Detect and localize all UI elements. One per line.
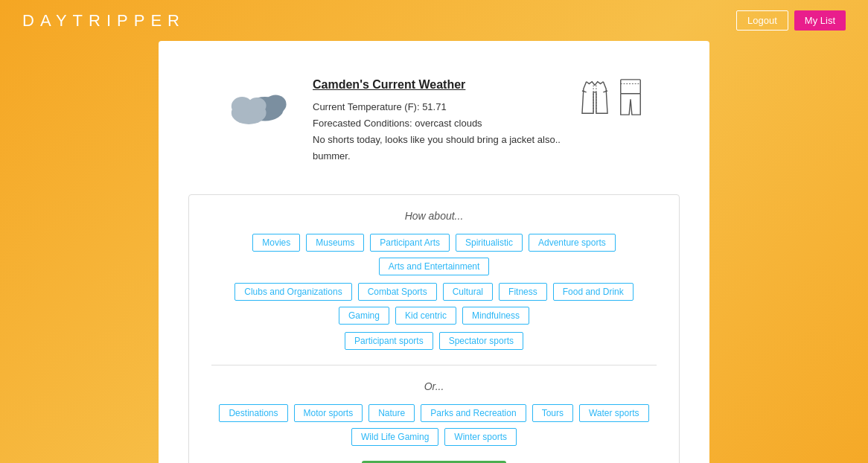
category-tag[interactable]: Combat Sports bbox=[358, 283, 437, 301]
category-tag[interactable]: Water sports bbox=[579, 404, 649, 422]
category-tag[interactable]: Parks and Recreation bbox=[421, 404, 526, 422]
category-tag[interactable]: Spiritualistic bbox=[456, 234, 523, 252]
weather-info: Camden's Current Weather Current Tempera… bbox=[313, 78, 566, 165]
weather-detail: Current Temperature (F): 51.71 Forecaste… bbox=[313, 99, 566, 165]
or-label: Or... bbox=[211, 380, 657, 392]
logo: DAYTRIPPER bbox=[22, 11, 185, 31]
tag-group-row4: DestinationsMotor sportsNatureParks and … bbox=[211, 404, 657, 446]
category-tag[interactable]: Gaming bbox=[339, 307, 389, 325]
svg-point-4 bbox=[247, 98, 266, 114]
weather-section: Camden's Current Weather Current Tempera… bbox=[188, 63, 680, 187]
category-tag[interactable]: Clubs and Organizations bbox=[234, 283, 351, 301]
clothing-icons bbox=[581, 78, 645, 117]
category-section: How about... MoviesMuseumsParticipant Ar… bbox=[188, 194, 680, 463]
category-tag[interactable]: Food and Drink bbox=[553, 283, 634, 301]
header: DAYTRIPPER Logout My List bbox=[0, 0, 868, 41]
category-tag[interactable]: Fitness bbox=[499, 283, 547, 301]
category-tag[interactable]: Participant sports bbox=[345, 332, 433, 350]
weather-title: Camden's Current Weather bbox=[313, 78, 566, 92]
category-tag[interactable]: Kid centric bbox=[395, 307, 456, 325]
category-tag[interactable]: Destinations bbox=[219, 404, 287, 422]
main-container: Camden's Current Weather Current Tempera… bbox=[159, 41, 709, 463]
category-tag[interactable]: Motor sports bbox=[294, 404, 363, 422]
category-tag[interactable]: Museums bbox=[306, 234, 364, 252]
category-tag[interactable]: Adventure sports bbox=[529, 234, 616, 252]
mylist-button[interactable]: My List bbox=[794, 10, 846, 31]
category-tag[interactable]: Movies bbox=[252, 234, 300, 252]
jacket-icon bbox=[581, 78, 609, 117]
category-tag[interactable]: Wild Life Gaming bbox=[351, 428, 438, 446]
category-tag[interactable]: Mindfulness bbox=[462, 307, 529, 325]
pants-icon bbox=[616, 78, 645, 117]
tag-group-row3: Participant sportsSpectator sports bbox=[211, 332, 657, 350]
header-buttons: Logout My List bbox=[736, 10, 846, 31]
category-tag[interactable]: Tours bbox=[532, 404, 573, 422]
svg-point-1 bbox=[265, 95, 287, 113]
logout-button[interactable]: Logout bbox=[736, 10, 788, 31]
tag-group-row1: MoviesMuseumsParticipant ArtsSpiritualis… bbox=[211, 234, 657, 275]
divider bbox=[211, 365, 657, 365]
category-tag[interactable]: Arts and Entertainment bbox=[379, 258, 490, 275]
category-tag[interactable]: Spectator sports bbox=[439, 332, 523, 350]
category-tag[interactable]: Cultural bbox=[443, 283, 493, 301]
svg-rect-7 bbox=[621, 80, 640, 94]
category-tag[interactable]: Participant Arts bbox=[370, 234, 450, 252]
category-tag[interactable]: Nature bbox=[368, 404, 415, 422]
cloud-icon bbox=[223, 78, 290, 133]
how-about-label: How about... bbox=[211, 210, 657, 222]
tag-group-row2: Clubs and OrganizationsCombat SportsCult… bbox=[211, 283, 657, 325]
category-tag[interactable]: Winter sports bbox=[444, 428, 517, 446]
